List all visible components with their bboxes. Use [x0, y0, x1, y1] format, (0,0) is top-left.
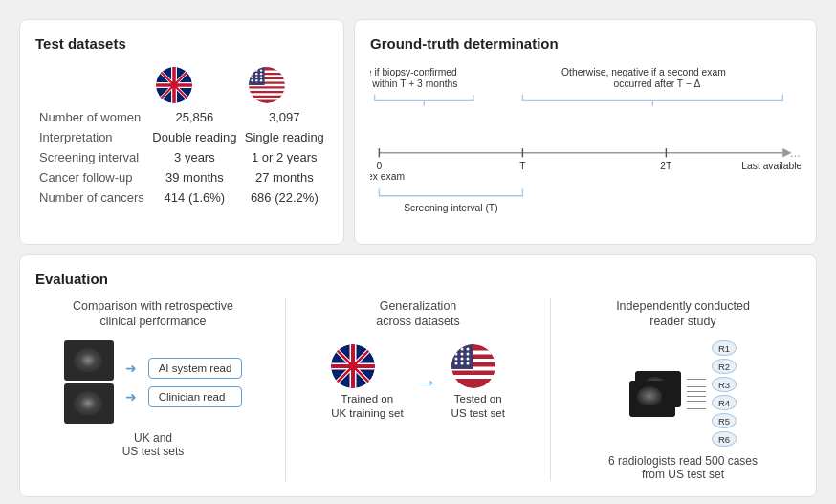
reader-badge-r1: R1: [712, 340, 737, 356]
svg-rect-21: [451, 375, 495, 379]
ai-arrow-icon: ➜: [125, 361, 137, 376]
reader-line-2: [687, 386, 706, 387]
row-uk: 25,856: [148, 107, 240, 127]
dots-label: ...: [790, 145, 801, 160]
row-us: 3,097: [241, 107, 328, 127]
svg-point-34: [466, 362, 469, 365]
table-row: Screening interval 3 years 1 or 2 years: [35, 147, 328, 167]
timeline-svg: Positive if biopsy-confirmed within T + …: [370, 63, 801, 225]
svg-point-30: [460, 358, 463, 361]
row-uk: Double reading: [148, 127, 240, 147]
row-label: Number of women: [35, 107, 148, 127]
label-index-exam: Index exam: [370, 171, 405, 182]
svg-point-8: [259, 73, 261, 75]
reader-line-3: [687, 391, 706, 392]
screening-interval-label: Screening interval (T): [404, 203, 497, 213]
row-us: 27 months: [241, 167, 328, 187]
reader-badge-r2: R2: [712, 359, 737, 374]
reader-title: Independently conducted reader study: [616, 298, 750, 330]
mammogram-image-2: [64, 383, 114, 424]
label-T: T: [519, 161, 526, 171]
us-flag-icon: [249, 67, 285, 103]
row-label: Cancer follow-up: [35, 167, 148, 187]
svg-point-32: [454, 362, 457, 365]
clinician-arrow-icon: ➜: [125, 389, 137, 405]
reader-line-6: [687, 408, 706, 409]
ai-read-box: AI system read: [148, 358, 243, 379]
uk-flag-icon: [156, 67, 192, 103]
svg-point-31: [466, 358, 469, 361]
table-row: Number of women 25,856 3,097: [35, 107, 328, 127]
svg-point-14: [259, 79, 261, 81]
ground-truth-card: Ground-truth determination Positive if b…: [354, 19, 817, 245]
reader-mammogram-stack: [629, 371, 675, 417]
row-uk: 3 years: [148, 147, 240, 167]
test-datasets-title: Test datasets: [35, 35, 328, 52]
evaluation-card: Evaluation Comparison with retrospective…: [19, 254, 817, 498]
mammogram-image-1: [64, 340, 114, 381]
divider-2: [550, 298, 551, 482]
label-0: 0: [377, 161, 383, 171]
row-us: 1 or 2 years: [241, 147, 328, 167]
generalization-title: Generalization across datasets: [376, 298, 460, 330]
arrows-box: ➜ ➜: [125, 361, 137, 405]
us-flag-gen-icon: [451, 344, 495, 388]
tested-label: Tested on US test set: [451, 392, 505, 421]
svg-point-26: [454, 353, 457, 356]
eval-section-generalization: Generalization across datasets Trained o…: [300, 298, 536, 482]
row-label: Number of cancers: [35, 187, 148, 208]
svg-point-7: [255, 73, 257, 75]
svg-point-12: [251, 79, 253, 81]
reader-badge-r3: R3: [712, 377, 737, 392]
gen-arrow-icon: →: [417, 370, 438, 395]
row-us: 686 (22.2%): [241, 187, 328, 208]
svg-point-4: [255, 69, 257, 71]
us-gen-block: Tested on US test set: [451, 344, 505, 421]
row-uk: 414 (1.6%): [148, 187, 240, 208]
comparison-diagram: ➜ ➜ AI system read Clinician read: [64, 340, 243, 424]
eval-row: Comparison with retrospective clinical p…: [35, 298, 801, 482]
table-row: Interpretation Double reading Single rea…: [35, 127, 328, 147]
table-row: Cancer follow-up 39 months 27 months: [35, 167, 328, 187]
read-boxes: AI system read Clinician read: [148, 358, 243, 407]
svg-point-5: [259, 69, 261, 71]
eval-section-comparison: Comparison with retrospective clinical p…: [35, 298, 271, 482]
svg-point-6: [251, 73, 253, 75]
last-data-label: Last available data: [741, 161, 801, 171]
eval-section-reader: Independently conducted reader study: [565, 298, 801, 482]
reader-diagram: R1 R2 R3 R4 R5 R6: [629, 340, 737, 447]
svg-point-28: [466, 353, 469, 356]
comparison-title: Comparison with retrospective clinical p…: [73, 298, 233, 330]
positive-brace: [375, 95, 473, 101]
reader-mammo-fg: [629, 381, 675, 417]
label-2T: 2T: [660, 161, 672, 171]
table-row: Number of cancers 414 (1.6%) 686 (22.2%): [35, 187, 328, 208]
test-datasets-card: Test datasets: [19, 19, 344, 245]
reader-badge-r5: R5: [712, 413, 737, 428]
reader-badge-r6: R6: [712, 431, 737, 447]
trained-label: Trained on UK training set: [331, 392, 403, 421]
svg-point-9: [251, 77, 253, 78]
uk-gen-block: Trained on UK training set: [331, 344, 403, 421]
clinician-read-box: Clinician read: [148, 386, 243, 407]
ground-truth-title: Ground-truth determination: [370, 35, 801, 52]
row-uk: 39 months: [148, 167, 240, 187]
reader-line-5: [687, 401, 706, 402]
row-label: Screening interval: [35, 147, 148, 167]
svg-point-3: [251, 69, 253, 71]
gen-diagram: Trained on UK training set →: [331, 344, 505, 421]
svg-point-24: [460, 348, 463, 351]
svg-point-27: [460, 353, 463, 356]
svg-point-10: [255, 77, 257, 78]
positive-label-line2: within T + 3 months: [371, 78, 457, 89]
positive-label-line1: Positive if biopsy-confirmed: [370, 67, 457, 77]
row-us: Single reading: [241, 127, 328, 147]
divider-1: [285, 298, 286, 482]
svg-point-25: [466, 348, 469, 351]
evaluation-title: Evaluation: [35, 271, 801, 287]
negative-brace: [522, 95, 782, 101]
mammogram-stack: [64, 340, 114, 424]
row-label: Interpretation: [35, 127, 148, 147]
datasets-table: Number of women 25,856 3,097 Interpretat…: [35, 63, 328, 208]
svg-point-13: [255, 79, 257, 81]
